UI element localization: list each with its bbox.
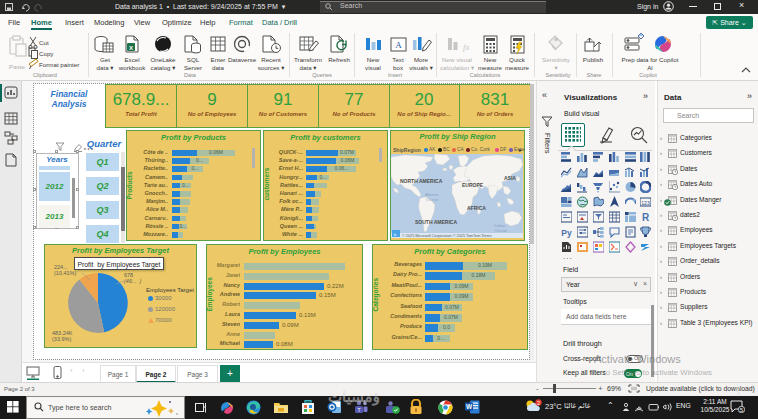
- svg-text:Ocean: Ocean: [495, 228, 508, 233]
- svg-text:ASIA: ASIA: [504, 175, 516, 181]
- svg-text:© 2025 Microsoft Corporation ©: © 2025 Microsoft Corporation © 2025 TomT…: [402, 234, 492, 238]
- svg-text:T: T: [357, 407, 360, 413]
- svg-text:R: R: [642, 212, 650, 223]
- svg-text:123: 123: [641, 200, 650, 206]
- svg-text:SOUTH AMERICA: SOUTH AMERICA: [415, 219, 457, 225]
- svg-text:W: W: [466, 403, 473, 410]
- svg-text:Ocean: Ocean: [426, 197, 439, 202]
- svg-text:fx: fx: [463, 42, 470, 52]
- svg-text:X: X: [129, 45, 133, 51]
- svg-text:EUROPE: EUROPE: [462, 182, 484, 188]
- svg-text:2: 2: [537, 400, 540, 406]
- svg-text:AFRICA: AFRICA: [467, 205, 486, 211]
- svg-text:Py: Py: [561, 228, 572, 238]
- svg-text:NORTH AMERICA: NORTH AMERICA: [400, 178, 443, 184]
- svg-text:A: A: [395, 40, 402, 50]
